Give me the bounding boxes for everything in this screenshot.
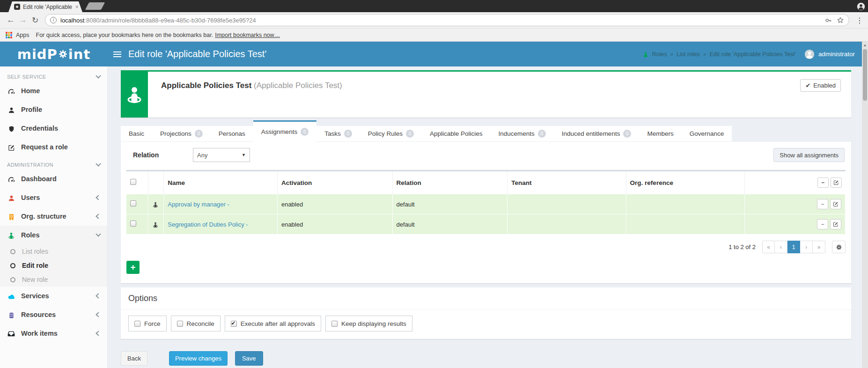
tab-close-icon[interactable]: × [75,3,79,10]
option-force[interactable]: Force [128,316,167,331]
refresh-icon[interactable]: ↻ [29,15,41,25]
tab-governance[interactable]: Governance [682,126,732,142]
preview-changes-button[interactable]: Preview changes [169,351,228,366]
apps-label[interactable]: Apps [16,32,29,38]
sidebar-item-resources[interactable]: Resources [0,305,107,324]
option-execute-after-all-approvals[interactable]: Execute after all approvals [225,316,321,331]
execute-after-approvals-checkbox[interactable] [231,321,237,327]
breadcrumb-separator: > [703,52,706,57]
assignments-panel: Relation Any ▼ Show all assignments Name… [121,142,851,283]
edit-button[interactable] [831,177,842,188]
tab-assignments[interactable]: Assignments0 [253,120,316,142]
browser-profile-icon[interactable] [857,2,865,11]
force-checkbox[interactable] [134,321,140,327]
sidebar-item-new-role[interactable]: New role [0,272,107,287]
chevron-down-icon [96,161,101,166]
column-header-tenant[interactable]: Tenant [508,171,626,194]
sidebar-item-list-roles[interactable]: List roles [0,244,107,258]
chevron-left-icon [96,293,101,298]
paging-settings-button[interactable] [832,241,846,253]
edit-button[interactable] [830,219,841,229]
tab-tasks[interactable]: Tasks0 [316,126,360,142]
unassign-button[interactable]: − [817,177,829,188]
unassign-button[interactable]: − [817,219,828,229]
scroll-up-icon[interactable]: ▲ [862,42,868,47]
tab-basic[interactable]: Basic [121,126,152,142]
sidebar-item-credentials[interactable]: Credentials [0,119,107,138]
breadcrumb-roles[interactable]: Roles [652,51,667,58]
column-header-org-reference[interactable]: Org. reference [626,171,744,194]
sidebar-item-request-a-role[interactable]: Request a role [0,138,107,156]
assignment-link[interactable]: Approval by manager - [168,201,229,208]
bookmarks-hint: For quick access, place your bookmarks h… [36,32,213,38]
tab-policy-rules[interactable]: Policy Rules0 [360,126,422,142]
row-checkbox[interactable] [130,200,136,206]
activation-cell: enabled [277,214,392,235]
browser-menu-icon[interactable]: ⋮ [856,16,863,25]
count-badge: 0 [623,130,631,138]
sidebar-item-profile[interactable]: Profile [0,100,107,119]
new-tab-button[interactable] [85,2,105,10]
forward-icon[interactable]: → [17,15,29,25]
page-scrollbar[interactable]: ▲ [862,42,868,368]
tab-applicable-policies[interactable]: Applicable Policies [422,126,491,142]
bookmarks-bar: Apps For quick access, place your bookma… [0,28,868,42]
column-header-name[interactable]: Name [164,171,278,194]
scrollbar-thumb[interactable] [863,49,867,101]
column-header-activation[interactable]: Activation [277,171,392,194]
page-first-button[interactable]: « [762,241,775,253]
keep-displaying-results-checkbox[interactable] [331,321,338,327]
assignment-link[interactable]: Segregation of Duties Policy - [168,221,248,228]
select-all-checkbox[interactable] [130,179,136,185]
back-icon[interactable]: ← [5,15,17,25]
apps-grid-icon[interactable] [6,32,12,38]
import-bookmarks-link[interactable]: Import bookmarks now… [215,32,280,38]
row-checkbox[interactable] [130,221,136,227]
user-menu[interactable]: administrator [804,49,855,59]
sidebar-item-work-items[interactable]: Work items [0,324,107,343]
midpoint-logo[interactable]: midPint [0,46,108,62]
option-reconcile[interactable]: Reconcile [171,316,221,331]
hamburger-menu-icon[interactable] [108,52,126,57]
sidebar-item-roles[interactable]: Roles [0,226,107,244]
add-assignment-button[interactable]: + [126,261,140,274]
back-button[interactable]: Back [121,351,147,366]
page-next-button[interactable]: › [800,241,813,253]
tab-projections[interactable]: Projections0 [152,126,211,142]
reconcile-checkbox[interactable] [177,321,183,327]
bookmark-star-icon[interactable] [837,16,844,24]
status-badge: ✔ Enabled [800,79,841,92]
page-prev-button[interactable]: ‹ [775,241,787,253]
unassign-button[interactable]: − [817,199,828,209]
edit-button[interactable] [830,199,841,209]
page-info-icon[interactable]: i [50,17,57,23]
sidebar-item-home[interactable]: Home [0,81,107,100]
show-all-assignments-button[interactable]: Show all assignments [773,148,845,162]
sidebar-item-edit-role[interactable]: Edit role [0,258,107,272]
save-button[interactable]: Save [235,351,263,366]
page-last-button[interactable]: » [813,241,825,253]
sidebar-item-dashboard[interactable]: Dashboard [0,169,107,188]
count-badge: 0 [344,130,352,138]
breadcrumb-separator: > [670,52,673,57]
sidebar-section-administration: ADMINISTRATION [0,156,107,169]
column-header-relation[interactable]: Relation [392,171,508,194]
table-row: Segregation of Duties Policy - enabled d… [126,214,846,235]
sidebar-item-services[interactable]: Services [0,287,107,305]
url-bar[interactable]: i localhost :8080/admin/role/8bbb8a88-e9… [45,14,849,26]
breadcrumb-current: Edit role 'Applicable Policies Test' [709,51,796,58]
sidebar-item-org-structure[interactable]: Org. structure [0,207,107,226]
browser-tab[interactable]: Edit role 'Applicable × [8,1,82,12]
options-title: Options [121,287,851,310]
sidebar-item-users[interactable]: Users [0,188,107,207]
tab-inducements[interactable]: Inducements0 [491,126,554,142]
tab-induced-entitlements[interactable]: Induced entitlements0 [554,126,640,142]
tab-personas[interactable]: Personas [211,126,253,142]
key-icon[interactable] [825,16,832,24]
pagination-summary: 1 to 2 of 2 [728,243,756,250]
relation-select[interactable]: Any ▼ [193,148,250,162]
breadcrumb-list-roles[interactable]: List roles [677,51,700,58]
option-keep-displaying-results[interactable]: Keep displaying results [325,316,412,331]
page-number-button[interactable]: 1 [787,241,800,253]
tab-members[interactable]: Members [639,126,681,142]
